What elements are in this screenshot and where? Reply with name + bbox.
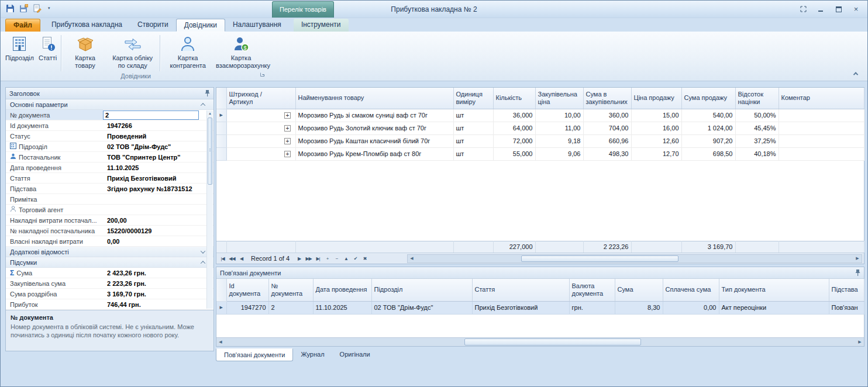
column-header[interactable]: Сума в закупівельних — [583, 88, 631, 109]
nav-edit-button[interactable]: ▲ — [342, 254, 350, 263]
field-row-supplier[interactable]: Постачальник ТОВ "Спринтер Центр" — [6, 152, 213, 163]
nav-append-button[interactable]: + — [323, 254, 332, 263]
pin-icon[interactable] — [855, 269, 860, 277]
nav-first-button[interactable]: |◀ — [218, 254, 227, 263]
panel-vertical-scrollbar[interactable]: ▲ — [206, 110, 213, 309]
expand-row-button[interactable]: + — [284, 138, 291, 144]
nav-cancel-button[interactable]: ✖ — [360, 254, 369, 263]
scrollbar-track[interactable] — [416, 255, 853, 262]
field-row-doc-number[interactable]: № документа — [6, 110, 213, 120]
column-header[interactable]: Сума продажу — [681, 88, 735, 109]
division-button[interactable]: Підрозділ — [3, 33, 36, 74]
tab-related-docs[interactable]: Пов'язані документи — [216, 348, 293, 361]
column-header[interactable]: Найменування товару — [295, 88, 453, 109]
nav-prev-page-button[interactable]: ◀◀ — [228, 254, 236, 263]
column-header[interactable]: Сума — [615, 279, 663, 301]
qat-dropdown-icon[interactable]: ▾ — [46, 6, 50, 11]
nav-last-button[interactable]: ▶| — [314, 254, 322, 263]
section-totals[interactable]: Підсумки — [6, 257, 213, 268]
nav-next-page-button[interactable]: ▶▶ — [304, 254, 313, 263]
save-all-icon[interactable] — [19, 4, 28, 13]
table-row[interactable]: ▶ 1947270 2 11.10.2025 02 ТОВ "Дрім-Фудс… — [216, 301, 864, 314]
table-row[interactable]: + Морозиво Рудь Золотий ключик ваф ст 70… — [216, 122, 864, 134]
contextual-tab-group[interactable]: Перелік товарів — [272, 1, 334, 18]
field-row-supplier-overheads[interactable]: Накладні витрати постачал... 200,00 — [6, 215, 213, 226]
warehouse-card-button[interactable]: Картка обліку по складу — [107, 33, 159, 74]
column-header[interactable]: Id документа — [226, 279, 268, 301]
nav-commit-button[interactable]: ✔ — [351, 254, 360, 263]
column-header[interactable]: Дата проведення — [313, 279, 371, 301]
column-header[interactable]: Валюта документа — [569, 279, 615, 301]
field-row-supplier-invoice-number[interactable]: № накладної постачальника 15220/0000129 — [6, 226, 213, 236]
product-card-button[interactable]: Картка товару — [63, 33, 107, 74]
column-header[interactable]: Сплачена сума — [663, 279, 719, 301]
column-header[interactable]: Підстава — [829, 279, 864, 301]
minimize-button[interactable] — [813, 4, 829, 15]
field-row-post-date[interactable]: Дата проведення 11.10.2025 — [6, 163, 213, 173]
expand-row-button[interactable]: + — [284, 125, 291, 132]
field-row-article[interactable]: Стаття Прихід Безготівковий — [6, 173, 213, 184]
tab-invoice[interactable]: Прибуткова накладна — [44, 19, 130, 32]
column-header[interactable]: Відсоток націнки — [735, 88, 779, 109]
field-row-note[interactable]: Примітка — [6, 194, 213, 205]
tab-file[interactable]: Файл — [5, 19, 40, 32]
field-row-status[interactable]: Статус Проведений — [6, 131, 213, 141]
scrollbar-thumb[interactable] — [208, 118, 212, 185]
settlements-card-button[interactable]: $ Картка взаєморозрахунку — [213, 33, 268, 74]
tab-directories[interactable]: Довідники — [176, 19, 225, 32]
column-header[interactable]: Коментар — [779, 88, 864, 109]
total-row-retail-sum[interactable]: Сума роздрібна 3 169,70 грн. — [6, 289, 213, 299]
articles-button[interactable]: Статті — [36, 33, 59, 74]
scrollbar-track[interactable] — [225, 338, 856, 346]
section-main-parameters[interactable]: Основні параметри — [6, 99, 213, 110]
column-header[interactable]: Стаття — [472, 279, 569, 301]
fullscreen-button[interactable] — [795, 4, 811, 15]
expand-row-button[interactable]: + — [284, 151, 291, 157]
column-header[interactable]: Штрихкод / Артикул — [226, 88, 282, 109]
scroll-left-icon[interactable]: ◀ — [408, 256, 416, 261]
column-header[interactable]: № документа — [268, 279, 313, 301]
close-button[interactable]: × — [848, 4, 864, 15]
horizontal-scrollbar[interactable]: ◀ ▶ — [216, 337, 864, 346]
counterparty-card-button[interactable]: Картка контрагента — [162, 33, 213, 74]
scroll-right-icon[interactable]: ▶ — [853, 256, 862, 261]
tab-journal[interactable]: Журнал — [293, 348, 332, 361]
column-header[interactable]: Одиниця виміру — [453, 88, 493, 109]
nav-prev-button[interactable]: ◀ — [237, 254, 246, 263]
collapse-ribbon-button[interactable] — [852, 71, 859, 77]
expand-row-button[interactable]: + — [284, 112, 291, 119]
field-row-doc-id[interactable]: Id документа 1947266 — [6, 120, 213, 131]
section-additional-info[interactable]: Додаткові відомості — [6, 247, 213, 257]
tab-settings[interactable]: Налаштування — [225, 19, 289, 32]
field-row-own-overheads[interactable]: Власні накладні витрати 0,00 — [6, 236, 213, 247]
group-dialog-launcher-icon[interactable] — [260, 71, 265, 78]
column-header[interactable]: Підрозділ — [371, 279, 472, 301]
table-row[interactable]: + Морозиво Рудь Каштан класичний білий 7… — [216, 134, 864, 147]
edit-document-icon[interactable] — [32, 4, 42, 13]
field-row-basis[interactable]: Підстава Згідно рахунку №18731512 — [6, 184, 213, 194]
column-header[interactable]: Кількість — [493, 88, 535, 109]
column-header[interactable]: Закупівельна ціна — [535, 88, 583, 109]
scrollbar-thumb[interactable] — [521, 255, 678, 262]
total-row-purchase-sum[interactable]: Закупівельна сума 2 223,26 грн. — [6, 278, 213, 289]
table-row[interactable]: + Морозиво Рудь Крем-Пломбір ваф ст 80г … — [216, 147, 864, 160]
column-header[interactable]: Ціна продажу — [631, 88, 681, 109]
tab-tools[interactable]: Інструменти — [294, 19, 349, 32]
save-icon[interactable] — [5, 4, 15, 13]
column-header[interactable]: Тип документа — [719, 279, 829, 301]
tab-create[interactable]: Створити — [130, 19, 176, 32]
scrollbar-thumb[interactable] — [464, 338, 641, 345]
tab-originals[interactable]: Оригінали — [332, 348, 378, 361]
doc-number-input[interactable] — [103, 110, 199, 120]
nav-delete-button[interactable]: − — [332, 254, 341, 263]
field-row-division[interactable]: Підрозділ 02 ТОВ "Дрім-Фудс" — [6, 141, 213, 152]
field-row-sales-agent[interactable]: Торговий агент — [6, 205, 213, 215]
scroll-left-icon[interactable]: ◀ — [216, 340, 225, 344]
scroll-up-icon[interactable]: ▲ — [206, 110, 214, 116]
table-row[interactable]: ▶ + Морозиво Рудь зі смаком суниці ваф с… — [216, 109, 864, 122]
total-row-profit[interactable]: Прибуток 746,44 грн. — [6, 299, 213, 310]
total-row-sum[interactable]: Σ Сума 2 423,26 грн. — [6, 268, 213, 278]
horizontal-scrollbar[interactable]: ◀ ▶ — [407, 254, 862, 263]
nav-next-button[interactable]: ▶ — [295, 254, 304, 263]
maximize-button[interactable] — [831, 4, 846, 15]
